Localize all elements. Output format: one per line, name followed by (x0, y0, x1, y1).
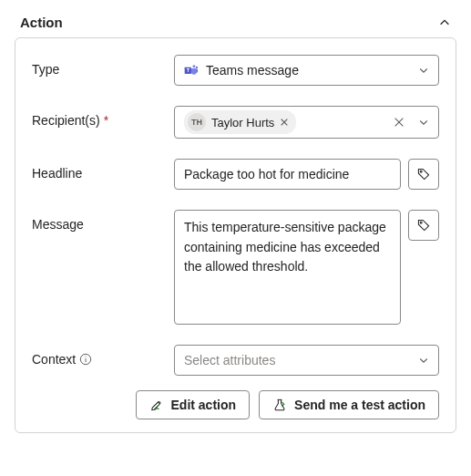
footer-actions: Edit action Send me a test action (32, 390, 439, 419)
row-recipients: Recipient(s) * TH Taylor Hurts (32, 106, 439, 139)
headline-tag-button[interactable] (408, 159, 439, 190)
row-context: Context Select attributes (32, 345, 439, 376)
context-dropdown[interactable]: Select attributes (174, 345, 439, 376)
row-headline: Headline (32, 159, 439, 190)
tag-icon (416, 218, 431, 233)
label-headline: Headline (32, 159, 174, 181)
recipients-picker[interactable]: TH Taylor Hurts (174, 106, 439, 139)
tag-icon (416, 167, 431, 181)
chevron-down-icon (418, 117, 429, 128)
info-icon[interactable] (79, 353, 92, 366)
edit-icon (149, 398, 164, 412)
svg-point-12 (86, 357, 87, 357)
clear-all-icon[interactable] (393, 116, 405, 129)
type-dropdown[interactable]: T Teams message (174, 55, 439, 86)
send-test-action-button[interactable]: Send me a test action (259, 390, 439, 419)
context-placeholder: Select attributes (184, 353, 275, 367)
label-context: Context (32, 345, 174, 367)
svg-point-8 (420, 171, 422, 172)
chevron-down-icon (418, 65, 429, 76)
close-icon[interactable] (280, 118, 289, 127)
svg-point-3 (196, 67, 198, 68)
chevron-up-icon[interactable] (438, 16, 451, 29)
flask-icon (272, 398, 287, 412)
headline-input[interactable] (174, 159, 401, 190)
label-recipients: Recipient(s) * (32, 106, 174, 128)
row-type: Type T Teams message (32, 55, 439, 86)
type-value: Teams message (206, 63, 299, 78)
message-tag-button[interactable] (408, 210, 439, 241)
message-textarea[interactable]: This temperature-sensitive package conta… (174, 210, 401, 325)
row-message: Message This temperature-sensitive packa… (32, 210, 439, 325)
avatar: TH (188, 113, 206, 131)
svg-point-2 (192, 65, 195, 67)
label-message: Message (32, 210, 174, 232)
teams-icon: T (184, 63, 199, 78)
required-mark: * (104, 113, 108, 128)
section-title: Action (20, 15, 63, 30)
recipient-chip: TH Taylor Hurts (184, 110, 296, 134)
edit-action-button[interactable]: Edit action (136, 390, 251, 419)
action-panel: Type T Teams message Recipient(s) (15, 37, 456, 433)
chevron-down-icon (418, 355, 429, 366)
section-header: Action (15, 15, 456, 37)
recipient-name: Taylor Hurts (211, 116, 274, 129)
svg-point-9 (420, 222, 422, 223)
label-type: Type (32, 55, 174, 77)
